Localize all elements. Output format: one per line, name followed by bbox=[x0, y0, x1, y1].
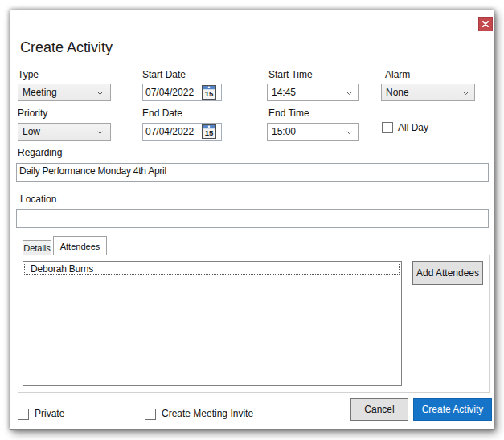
svg-text:15: 15 bbox=[205, 89, 214, 98]
svg-text:15: 15 bbox=[205, 128, 214, 137]
